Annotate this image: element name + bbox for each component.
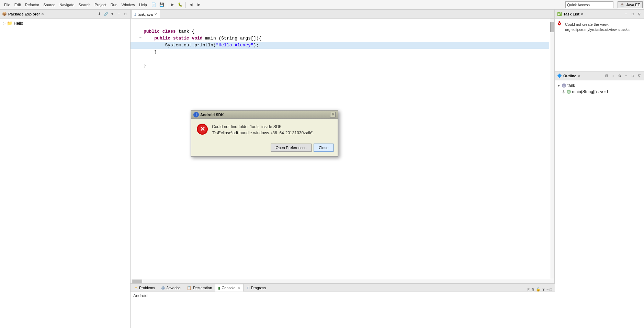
dialog-titlebar: i Android SDK ✕ xyxy=(191,111,338,119)
dialog-error-icon: ✕ xyxy=(197,124,208,135)
dialog-message: Could not find folder 'tools' inside SDK… xyxy=(212,124,314,136)
dialog-title: Android SDK xyxy=(200,113,329,117)
dialog-message-line1: Could not find folder 'tools' inside SDK xyxy=(212,124,314,130)
dialog-body: ✕ Could not find folder 'tools' inside S… xyxy=(191,119,338,141)
close-dialog-button[interactable]: Close xyxy=(314,144,334,152)
dialog-buttons: Open Preferences Close xyxy=(191,141,338,156)
dialog-overlay: i Android SDK ✕ ✕ Could not find folder … xyxy=(0,0,644,328)
dialog-title-icon: i xyxy=(193,112,199,117)
android-sdk-dialog: i Android SDK ✕ ✕ Could not find folder … xyxy=(191,110,338,157)
dialog-close-button[interactable]: ✕ xyxy=(330,112,336,117)
dialog-message-line2: 'D:\Eclipse\adt-bundle-windows-x86_64-20… xyxy=(212,130,314,136)
open-preferences-button[interactable]: Open Preferences xyxy=(271,144,312,152)
